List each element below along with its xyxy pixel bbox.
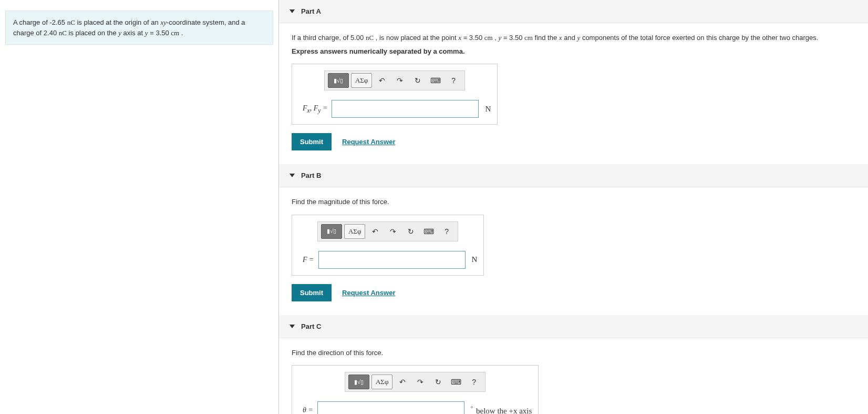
text: ,	[493, 34, 499, 42]
degree-symbol: °	[471, 405, 473, 411]
request-answer-link[interactable]: Request Answer	[342, 138, 395, 146]
reset-icon[interactable]: ↻	[403, 224, 419, 239]
submit-button[interactable]: Submit	[292, 133, 332, 150]
part-a-answer-box: ▮√▯ ΑΣφ ↶ ↷ ↻ ⌨ ? Fx, Fy = N	[292, 64, 498, 125]
request-answer-link[interactable]: Request Answer	[342, 289, 395, 297]
help-icon[interactable]: ?	[446, 73, 461, 88]
part-b-unit: N	[466, 255, 478, 264]
part-b-toolbar: ▮√▯ ΑΣφ ↶ ↷ ↻ ⌨ ?	[317, 221, 458, 241]
part-a-unit: N	[479, 105, 491, 114]
greek-button[interactable]: ΑΣφ	[351, 73, 372, 88]
part-a-hint: Express answers numerically separated by…	[292, 46, 855, 57]
part-a-body: If a third charge, of 5.00 nC , is now p…	[279, 23, 868, 164]
text: A charge of -2.65	[13, 18, 67, 26]
part-a-header[interactable]: Part A	[279, 0, 868, 23]
part-a-toolbar: ▮√▯ ΑΣφ ↶ ↷ ↻ ⌨ ?	[324, 70, 465, 90]
redo-icon[interactable]: ↷	[412, 375, 428, 389]
format-button[interactable]: ▮√▯	[348, 375, 369, 389]
text: find the	[533, 34, 559, 42]
keyboard-icon[interactable]: ⌨	[421, 224, 437, 239]
help-icon[interactable]: ?	[466, 375, 482, 389]
submit-button[interactable]: Submit	[292, 284, 332, 301]
undo-icon[interactable]: ↶	[395, 375, 410, 389]
part-b-answer-box: ▮√▯ ΑΣφ ↶ ↷ ↻ ⌨ ? F = N	[292, 215, 484, 276]
text: If a third charge, of 5.00	[292, 34, 366, 42]
var-xy: xy	[160, 18, 167, 26]
text: = 3.50	[148, 29, 171, 37]
part-c-toolbar: ▮√▯ ΑΣφ ↶ ↷ ↻ ⌨ ?	[345, 372, 485, 392]
problem-statement: A charge of -2.65 nC is placed at the or…	[5, 11, 273, 45]
part-c-unit: ° below the +x axis	[464, 405, 532, 414]
part-b-variable-label: F =	[298, 256, 318, 264]
unit-cm: cm	[524, 34, 533, 42]
part-a-variable-label: Fx, Fy =	[298, 104, 332, 114]
greek-button[interactable]: ΑΣφ	[371, 375, 392, 389]
redo-icon[interactable]: ↷	[392, 73, 408, 88]
text: axis at	[121, 29, 145, 37]
undo-icon[interactable]: ↶	[367, 224, 383, 239]
redo-icon[interactable]: ↷	[385, 224, 401, 239]
part-c-variable-label: θ =	[298, 406, 317, 414]
keyboard-icon[interactable]: ⌨	[448, 375, 464, 389]
keyboard-icon[interactable]: ⌨	[428, 73, 443, 88]
unit-cm: cm	[484, 34, 493, 42]
plus-x-axis: +x	[509, 407, 517, 414]
part-c-answer-box: ▮√▯ ΑΣφ ↶ ↷ ↻ ⌨ ? θ = ° below the +x axi…	[292, 365, 539, 414]
part-c-header[interactable]: Part C	[279, 315, 868, 338]
part-b-actions: Submit Request Answer	[292, 284, 855, 301]
unit-nc: nC	[59, 29, 67, 37]
part-b-input[interactable]	[318, 251, 466, 269]
part-c-body: Find the direction of this force. ▮√▯ ΑΣ…	[279, 338, 868, 415]
part-a-title: Part A	[301, 7, 321, 15]
reset-icon[interactable]: ↻	[410, 73, 426, 88]
reset-icon[interactable]: ↻	[430, 375, 446, 389]
text: below the	[474, 407, 509, 414]
part-b-body: Find the magnitude of this force. ▮√▯ ΑΣ…	[279, 187, 868, 315]
part-a-answer-row: Fx, Fy = N	[298, 100, 491, 118]
unit-cm: cm	[171, 29, 179, 37]
part-c-title: Part C	[301, 322, 321, 330]
part-b-answer-row: F = N	[298, 251, 477, 269]
format-button[interactable]: ▮√▯	[328, 73, 349, 88]
text: components of the total force exerted on…	[580, 34, 818, 42]
chevron-down-icon	[290, 9, 295, 13]
text: , is now placed at the point	[374, 34, 458, 42]
text: = 3.50	[461, 34, 484, 42]
text: axis	[517, 407, 532, 414]
chevron-down-icon	[290, 325, 295, 328]
text: is placed on the	[67, 29, 118, 37]
greek-button[interactable]: ΑΣφ	[344, 224, 365, 239]
help-icon[interactable]: ?	[439, 224, 454, 239]
part-a-actions: Submit Request Answer	[292, 133, 855, 150]
text: is placed at the origin of an	[75, 18, 161, 26]
chevron-down-icon	[290, 174, 295, 177]
part-c-instruction: Find the direction of this force.	[292, 348, 855, 358]
format-button[interactable]: ▮√▯	[321, 224, 342, 239]
undo-icon[interactable]: ↶	[374, 73, 390, 88]
part-b-header[interactable]: Part B	[279, 164, 868, 187]
part-a-instruction: If a third charge, of 5.00 nC , is now p…	[292, 33, 855, 43]
part-a-input[interactable]	[332, 100, 479, 118]
part-c-answer-row: θ = ° below the +x axis	[298, 401, 532, 414]
text: and	[562, 34, 577, 42]
part-b-title: Part B	[301, 171, 321, 179]
text: = 3.50	[501, 34, 524, 42]
text: .	[179, 29, 183, 37]
part-b-instruction: Find the magnitude of this force.	[292, 197, 855, 207]
unit-nc: nC	[67, 18, 75, 26]
unit-nc: nC	[366, 34, 374, 42]
part-c-input[interactable]	[317, 401, 464, 414]
